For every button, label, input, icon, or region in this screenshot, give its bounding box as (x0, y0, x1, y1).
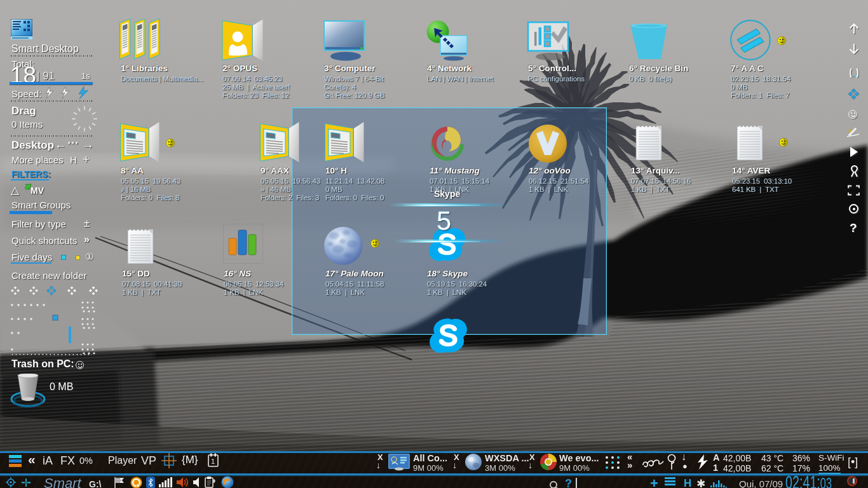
svg-text:1: 1 (211, 458, 215, 465)
